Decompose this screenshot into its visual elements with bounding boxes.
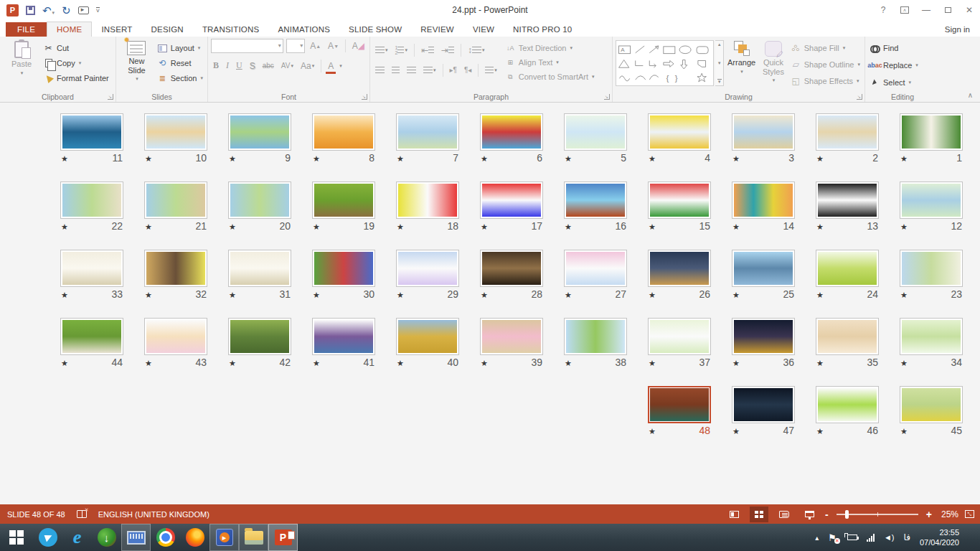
network-signal-icon[interactable] xyxy=(867,534,875,542)
font-color-button[interactable]: A xyxy=(326,59,336,72)
transition-star-icon[interactable]: ★ xyxy=(900,427,908,436)
slide-thumbnail-36[interactable] xyxy=(732,318,795,355)
convert-to-smartart-button[interactable]: ⧉Convert to SmartArt▾ xyxy=(504,71,596,83)
slide-sorter-canvas[interactable]: ★1★2★3★4★5★6★7★8★9★10★11★12★13★14★15★16★… xyxy=(0,103,980,504)
save-icon[interactable] xyxy=(26,6,35,15)
transition-star-icon[interactable]: ★ xyxy=(313,222,320,232)
customize-qat-icon[interactable]: ˅ xyxy=(96,7,100,13)
slide-sorter-view-button[interactable] xyxy=(750,507,768,522)
cut-button[interactable]: ✂Cut xyxy=(42,42,110,55)
transition-star-icon[interactable]: ★ xyxy=(816,427,824,436)
slide-thumbnail-7[interactable] xyxy=(396,113,459,151)
drawing-dialog-launcher[interactable] xyxy=(857,94,862,100)
slide-thumbnail-18[interactable] xyxy=(396,182,459,219)
slide-thumbnail-45[interactable] xyxy=(900,386,963,423)
section-button[interactable]: ≣Section▾ xyxy=(156,72,204,85)
transition-star-icon[interactable]: ★ xyxy=(145,222,152,232)
slide-show-button[interactable] xyxy=(800,507,819,522)
font-size-combo[interactable] xyxy=(286,39,305,53)
volume-icon[interactable]: ◄) xyxy=(884,533,895,542)
slide-thumbnail-33[interactable] xyxy=(60,250,123,287)
slide-thumbnail-28[interactable] xyxy=(480,250,543,287)
tab-design[interactable]: DESIGN xyxy=(142,22,193,37)
slide-thumbnail-44[interactable] xyxy=(60,318,123,355)
transition-star-icon[interactable]: ★ xyxy=(732,291,740,300)
font-dialog-launcher[interactable] xyxy=(362,94,367,100)
powerpoint-taskbar-button[interactable]: P xyxy=(268,524,298,551)
transition-star-icon[interactable]: ★ xyxy=(481,154,488,164)
transition-star-icon[interactable]: ★ xyxy=(816,222,824,232)
transition-star-icon[interactable]: ★ xyxy=(565,222,572,232)
tab-animations[interactable]: ANIMATIONS xyxy=(268,22,339,37)
ltr-direction-button[interactable]: ▸¶ xyxy=(448,63,459,77)
transition-star-icon[interactable]: ★ xyxy=(229,359,236,368)
slide-thumbnail-26[interactable] xyxy=(648,250,711,287)
increase-indent-button[interactable]: ⇥ xyxy=(439,43,456,57)
align-text-button[interactable]: ⊞Align Text▾ xyxy=(504,57,596,68)
transition-star-icon[interactable]: ★ xyxy=(732,427,740,436)
font-name-combo[interactable] xyxy=(211,39,283,53)
idm-taskbar-button[interactable]: ↓ xyxy=(92,524,121,551)
telegram-taskbar-button[interactable] xyxy=(33,524,62,551)
transition-star-icon[interactable]: ★ xyxy=(732,154,740,164)
select-button[interactable]: Select▾ xyxy=(868,76,920,89)
slide-thumbnail-23[interactable] xyxy=(900,250,963,287)
transition-star-icon[interactable]: ★ xyxy=(900,359,908,368)
spell-check-icon[interactable] xyxy=(77,510,87,518)
start-taskbar-button[interactable] xyxy=(0,524,33,551)
slide-thumbnail-24[interactable] xyxy=(816,250,879,287)
slide-thumbnail-6[interactable] xyxy=(480,113,543,151)
shape-effects-button[interactable]: ◱Shape Effects▾ xyxy=(789,75,862,88)
remote-monitor-taskbar-button[interactable] xyxy=(121,524,151,551)
repeat-icon[interactable]: ↻ xyxy=(62,5,71,16)
restore-button[interactable] xyxy=(937,0,958,20)
new-slide-button[interactable]: New Slide▾ xyxy=(119,39,154,90)
slide-thumbnail-3[interactable] xyxy=(732,113,795,151)
slide-thumbnail-34[interactable] xyxy=(900,318,963,355)
clock[interactable]: 23:55 07/04/2020 xyxy=(920,527,963,548)
layout-button[interactable]: Layout▾ xyxy=(156,42,204,55)
transition-star-icon[interactable]: ★ xyxy=(481,359,488,368)
paragraph-dialog-launcher[interactable] xyxy=(604,94,610,100)
copy-button[interactable]: Copy▾ xyxy=(42,57,110,70)
slide-thumbnail-20[interactable] xyxy=(228,182,291,219)
line-spacing-button[interactable]: ↕▾ xyxy=(466,43,487,57)
tab-transitions[interactable]: TRANSITIONS xyxy=(193,22,269,37)
show-hidden-icons-button[interactable]: ▴ xyxy=(815,534,819,542)
transition-star-icon[interactable]: ★ xyxy=(61,154,68,164)
transition-star-icon[interactable]: ★ xyxy=(397,359,404,368)
transition-star-icon[interactable]: ★ xyxy=(145,291,152,300)
transition-star-icon[interactable]: ★ xyxy=(313,291,320,300)
tab-file[interactable]: FILE xyxy=(6,22,47,37)
zoom-out-button[interactable]: - xyxy=(825,509,829,520)
shrink-font-button[interactable]: A▼ xyxy=(326,39,341,53)
transition-star-icon[interactable]: ★ xyxy=(816,359,824,368)
close-button[interactable]: ✕ xyxy=(958,0,980,20)
transition-star-icon[interactable]: ★ xyxy=(229,154,236,164)
sign-in-link[interactable]: Sign in xyxy=(945,25,970,34)
slide-thumbnail-27[interactable] xyxy=(564,250,627,287)
slide-thumbnail-29[interactable] xyxy=(396,250,459,287)
transition-star-icon[interactable]: ★ xyxy=(565,291,572,300)
zoom-in-button[interactable]: + xyxy=(926,509,932,520)
bullets-button[interactable]: ▾ xyxy=(373,43,390,57)
transition-star-icon[interactable]: ★ xyxy=(397,154,404,164)
transition-star-icon[interactable]: ★ xyxy=(649,359,656,368)
transition-star-icon[interactable]: ★ xyxy=(397,291,404,300)
slide-thumbnail-9[interactable] xyxy=(228,113,291,151)
undo-icon[interactable]: ↶▾ xyxy=(42,5,55,16)
clear-formatting-button[interactable]: A◢ xyxy=(350,39,367,53)
tab-view[interactable]: VIEW xyxy=(463,22,504,37)
internet-explorer-taskbar-button[interactable]: e xyxy=(62,524,92,551)
slide-thumbnail-37[interactable] xyxy=(648,318,711,355)
slide-thumbnail-1[interactable] xyxy=(900,113,963,151)
align-left-button[interactable] xyxy=(373,63,387,77)
input-language-indicator[interactable]: فا xyxy=(904,532,910,542)
slide-thumbnail-15[interactable] xyxy=(648,182,711,219)
start-slideshow-icon[interactable] xyxy=(78,6,89,14)
transition-star-icon[interactable]: ★ xyxy=(732,222,740,232)
slide-thumbnail-11[interactable] xyxy=(60,113,123,151)
normal-view-button[interactable] xyxy=(725,507,743,522)
slide-thumbnail-30[interactable] xyxy=(312,250,375,287)
battery-icon[interactable] xyxy=(847,534,857,540)
